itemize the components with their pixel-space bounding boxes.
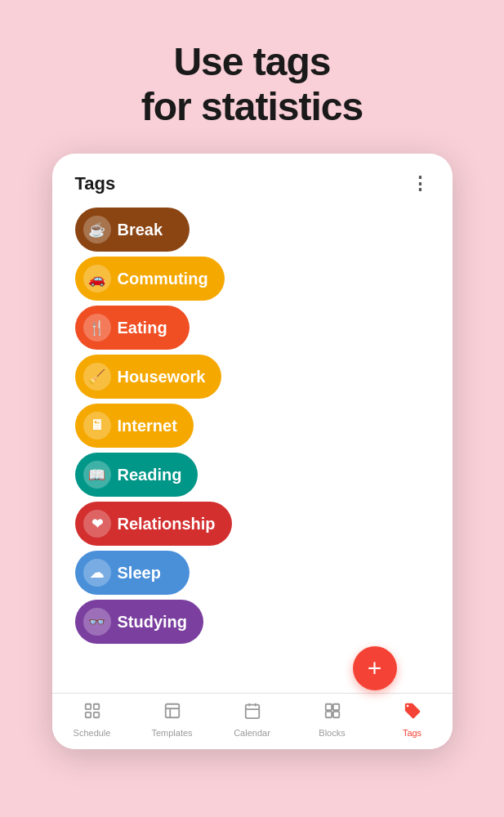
calendar-nav-icon [243, 702, 261, 725]
studying-label: Studying [118, 613, 188, 632]
tags-nav-label: Tags [403, 728, 421, 738]
tag-chip-commuting[interactable]: 🚗Commuting [75, 257, 225, 301]
tags-list: ☕Break🚗Commuting🍴Eating🧹Housework🖥Intern… [52, 204, 453, 693]
tag-chip-eating[interactable]: 🍴Eating [75, 306, 190, 350]
blocks-nav-label: Blocks [319, 728, 345, 738]
card-title: Tags [75, 173, 116, 194]
templates-nav-label: Templates [151, 728, 192, 738]
hero-section: Use tags for statistics [141, 39, 363, 129]
relationship-label: Relationship [118, 515, 216, 534]
nav-item-schedule[interactable]: Schedule [68, 702, 117, 738]
phone-card: Tags ⋮ ☕Break🚗Commuting🍴Eating🧹Housework… [52, 154, 453, 749]
commuting-icon: 🚗 [83, 265, 111, 292]
tag-chip-studying[interactable]: 👓Studying [75, 600, 204, 644]
svg-rect-2 [85, 712, 90, 717]
svg-rect-1 [93, 704, 98, 709]
add-tag-fab[interactable]: + [353, 646, 397, 690]
hero-title-line1: Use tags [141, 39, 363, 84]
reading-icon: 📖 [83, 461, 111, 489]
eating-label: Eating [118, 319, 167, 337]
internet-icon: 🖥 [83, 412, 111, 440]
svg-rect-14 [332, 712, 338, 717]
sleep-icon: ☁ [83, 559, 111, 587]
svg-rect-3 [93, 712, 98, 717]
nav-item-calendar[interactable]: Calendar [228, 702, 277, 738]
tag-chip-relationship[interactable]: ❤Relationship [75, 502, 232, 546]
tag-chip-internet[interactable]: 🖥Internet [75, 404, 194, 448]
eating-icon: 🍴 [83, 314, 111, 342]
tags-nav-icon [404, 702, 421, 725]
card-header: Tags ⋮ [52, 154, 453, 204]
housework-label: Housework [118, 368, 206, 386]
svg-rect-13 [325, 712, 331, 717]
tag-chip-break[interactable]: ☕Break [75, 208, 190, 252]
nav-item-templates[interactable]: Templates [148, 702, 197, 738]
tag-chip-housework[interactable]: 🧹Housework [75, 355, 222, 399]
bottom-nav: ScheduleTemplatesCalendarBlocksTags [52, 693, 453, 749]
relationship-icon: ❤ [83, 510, 111, 538]
commuting-label: Commuting [118, 270, 208, 288]
svg-rect-0 [85, 704, 90, 709]
templates-nav-icon [163, 702, 181, 725]
schedule-nav-label: Schedule [74, 728, 111, 738]
housework-icon: 🧹 [83, 363, 111, 391]
schedule-nav-icon [83, 702, 101, 725]
more-options-icon[interactable]: ⋮ [411, 173, 430, 194]
studying-icon: 👓 [83, 608, 111, 636]
svg-rect-11 [325, 704, 331, 710]
svg-rect-7 [245, 705, 259, 719]
break-icon: ☕ [83, 216, 111, 243]
nav-item-blocks[interactable]: Blocks [308, 702, 357, 738]
calendar-nav-label: Calendar [234, 728, 270, 738]
nav-item-tags[interactable]: Tags [388, 702, 437, 738]
break-label: Break [118, 221, 163, 239]
internet-label: Internet [118, 417, 177, 435]
tag-chip-reading[interactable]: 📖Reading [75, 453, 198, 497]
tag-chip-sleep[interactable]: ☁Sleep [75, 551, 190, 595]
reading-label: Reading [118, 466, 182, 484]
sleep-label: Sleep [118, 564, 161, 583]
blocks-nav-icon [323, 702, 341, 725]
hero-title-line2: for statistics [141, 84, 363, 129]
svg-rect-4 [165, 704, 179, 718]
svg-rect-12 [332, 704, 338, 710]
